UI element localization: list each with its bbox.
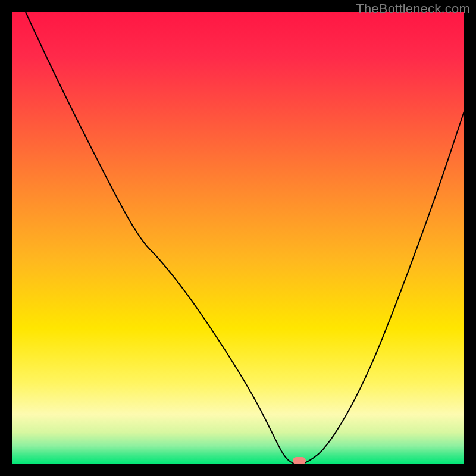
chart-stage: TheBottleneck.com [0,0,476,476]
watermark-text: TheBottleneck.com [356,1,470,17]
optimum-marker [293,457,306,464]
bottleneck-curve [12,12,464,464]
plot-area [12,12,464,464]
